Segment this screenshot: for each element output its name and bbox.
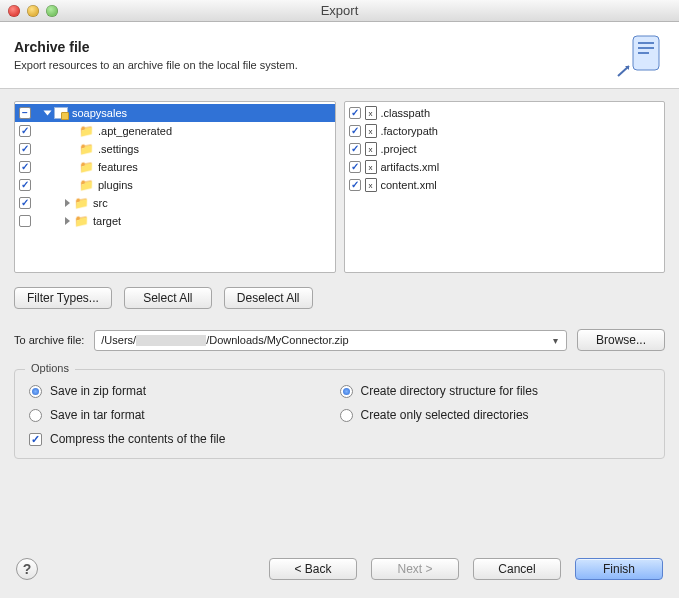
folder-icon: 📁 [79,160,94,174]
tree-item-label: target [93,215,121,227]
file-icon: x [365,124,377,138]
tree-item-label: features [98,161,138,173]
next-button: Next > [371,558,459,580]
radio-create-dir[interactable]: Create directory structure for files [340,384,651,398]
list-item-label: .classpath [381,107,431,119]
folder-icon: 📁 [79,124,94,138]
tree-item-label: .apt_generated [98,125,172,137]
chevron-down-icon[interactable]: ▾ [548,334,562,348]
archive-path-suffix: /Downloads/MyConnector.zip [206,334,348,346]
tree-root[interactable]: soapysales [15,104,335,122]
checkbox-icon[interactable] [19,197,31,209]
radio-tar[interactable]: Save in tar format [29,408,340,422]
archive-path-label: To archive file: [14,334,84,346]
checkbox-icon[interactable] [349,143,361,155]
zoom-window-button[interactable] [46,5,58,17]
tree-item[interactable]: 📁 .settings [15,140,335,158]
tree-item-label: src [93,197,108,209]
help-button[interactable]: ? [16,558,38,580]
titlebar: Export [0,0,679,22]
folder-icon: 📁 [79,142,94,156]
svg-rect-3 [638,52,649,54]
filter-types-button[interactable]: Filter Types... [14,287,112,309]
tree-item[interactable]: 📁 features [15,158,335,176]
checkbox-icon[interactable] [349,107,361,119]
disclosure-triangle-icon[interactable] [65,217,70,225]
tree-root-label: soapysales [72,107,127,119]
list-item-label: .factorypath [381,125,438,137]
radio-create-dir-label: Create directory structure for files [361,384,538,398]
file-icon: x [365,178,377,192]
checkbox-icon[interactable] [349,161,361,173]
archive-path-prefix: /Users/ [101,334,136,346]
finish-button[interactable]: Finish [575,558,663,580]
disclosure-triangle-icon[interactable] [65,199,70,207]
file-icon: x [365,106,377,120]
file-icon: x [365,142,377,156]
checkbox-icon [29,433,42,446]
list-item[interactable]: x artifacts.xml [345,158,665,176]
list-item-label: artifacts.xml [381,161,440,173]
file-list[interactable]: x .classpath x .factorypath x .project x… [344,101,666,273]
project-icon [54,107,68,119]
file-icon: x [365,160,377,174]
tree-item-label: .settings [98,143,139,155]
folder-icon: 📁 [79,178,94,192]
checkbox-icon[interactable] [19,215,31,227]
disclosure-triangle-icon[interactable] [44,111,52,116]
list-item-label: content.xml [381,179,437,191]
radio-create-sel[interactable]: Create only selected directories [340,408,651,422]
list-item[interactable]: x .classpath [345,104,665,122]
checkbox-compress[interactable]: Compress the contents of the file [29,432,340,446]
page-title: Archive file [14,39,298,55]
checkbox-icon[interactable] [19,107,31,119]
close-window-button[interactable] [8,5,20,17]
radio-icon [29,385,42,398]
radio-icon [29,409,42,422]
wizard-header: Archive file Export resources to an arch… [0,22,679,89]
archive-path-combo[interactable]: /Users/ /Downloads/MyConnector.zip ▾ [94,330,567,351]
checkbox-compress-label: Compress the contents of the file [50,432,225,446]
window-title: Export [0,3,679,18]
list-item[interactable]: x content.xml [345,176,665,194]
tree-item[interactable]: 📁 plugins [15,176,335,194]
checkbox-icon[interactable] [349,125,361,137]
tree-item[interactable]: 📁 src [15,194,335,212]
folder-icon: 📁 [74,196,89,210]
radio-tar-label: Save in tar format [50,408,145,422]
browse-button[interactable]: Browse... [577,329,665,351]
folder-icon: 📁 [74,214,89,228]
list-item[interactable]: x .project [345,140,665,158]
list-item[interactable]: x .factorypath [345,122,665,140]
checkbox-icon[interactable] [19,125,31,137]
checkbox-icon[interactable] [19,143,31,155]
export-icon [615,30,665,80]
cancel-button[interactable]: Cancel [473,558,561,580]
redacted-segment [136,335,206,346]
minimize-window-button[interactable] [27,5,39,17]
options-group: Options Save in zip format Create direct… [14,369,665,459]
radio-icon [340,409,353,422]
resource-tree[interactable]: soapysales 📁 .apt_generated 📁 .settings … [14,101,336,273]
svg-rect-1 [638,42,654,44]
checkbox-icon[interactable] [349,179,361,191]
svg-rect-2 [638,47,654,49]
radio-zip[interactable]: Save in zip format [29,384,340,398]
tree-item-label: plugins [98,179,133,191]
checkbox-icon[interactable] [19,161,31,173]
tree-item[interactable]: 📁 target [15,212,335,230]
checkbox-icon[interactable] [19,179,31,191]
radio-zip-label: Save in zip format [50,384,146,398]
select-all-button[interactable]: Select All [124,287,212,309]
options-legend: Options [25,362,75,374]
page-subtitle: Export resources to an archive file on t… [14,59,298,71]
radio-icon [340,385,353,398]
radio-create-sel-label: Create only selected directories [361,408,529,422]
tree-item[interactable]: 📁 .apt_generated [15,122,335,140]
back-button[interactable]: < Back [269,558,357,580]
deselect-all-button[interactable]: Deselect All [224,287,313,309]
list-item-label: .project [381,143,417,155]
